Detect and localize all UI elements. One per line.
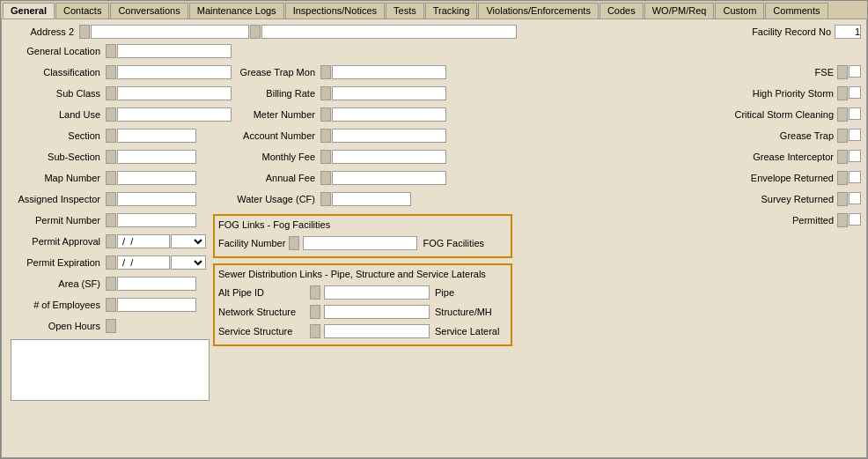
envelope-returned-label: Envelope Returned xyxy=(523,173,834,183)
tab-conversations[interactable]: Conversations xyxy=(110,3,188,19)
account-number-btn[interactable] xyxy=(320,129,331,143)
billing-rate-input[interactable] xyxy=(332,86,446,100)
tab-contacts[interactable]: Contacts xyxy=(55,3,109,19)
fse-btn[interactable] xyxy=(837,65,848,79)
tab-custom[interactable]: Custom xyxy=(715,3,764,19)
sub-class-btn[interactable] xyxy=(106,86,116,100)
area-sf-btn[interactable] xyxy=(106,277,116,291)
open-hours-btn[interactable] xyxy=(106,319,116,333)
facility-record-label: Facility Record No xyxy=(752,26,831,37)
notes-textarea[interactable] xyxy=(11,339,210,401)
facility-number-input[interactable] xyxy=(303,236,417,250)
permit-number-input[interactable] xyxy=(117,213,196,227)
permit-approval-input[interactable] xyxy=(117,234,170,248)
grease-interceptor-label: Grease Interceptor xyxy=(523,152,834,162)
annual-fee-btn[interactable] xyxy=(320,171,331,185)
sewer-links-box: Sewer Distribution Links - Pipe, Structu… xyxy=(213,263,512,346)
grease-interceptor-btn[interactable] xyxy=(837,150,848,164)
survey-returned-checkbox[interactable] xyxy=(849,192,861,204)
grease-trap-btn[interactable] xyxy=(837,129,848,143)
map-number-input[interactable] xyxy=(117,171,196,185)
map-number-btn[interactable] xyxy=(106,171,116,185)
envelope-returned-btn[interactable] xyxy=(837,171,848,185)
permit-approval-dropdown[interactable] xyxy=(171,234,206,248)
high-priority-storm-btn[interactable] xyxy=(837,86,848,100)
service-structure-input[interactable] xyxy=(324,324,430,338)
permit-number-btn[interactable] xyxy=(106,213,116,227)
facility-number-btn[interactable] xyxy=(289,236,299,250)
tab-inspections[interactable]: Inspections/Notices xyxy=(285,3,385,19)
section-btn[interactable] xyxy=(106,129,116,143)
critical-storm-cleaning-label: Critical Storm Cleaning xyxy=(523,109,834,120)
sub-section-btn[interactable] xyxy=(106,150,116,164)
general-location-btn[interactable] xyxy=(106,44,116,58)
fse-label: FSE xyxy=(523,67,834,78)
app-container: General Contacts Conversations Maintenan… xyxy=(0,0,868,459)
tab-wo-pm-req[interactable]: WO/PM/Req xyxy=(644,3,715,19)
permit-approval-label: Permit Approval xyxy=(7,236,104,247)
network-structure-row: Network Structure Structure/MH xyxy=(218,302,507,322)
billing-rate-btn[interactable] xyxy=(320,86,331,100)
tab-tests[interactable]: Tests xyxy=(386,3,424,19)
network-structure-btn[interactable] xyxy=(310,305,320,319)
address2-label: Address 2 xyxy=(7,26,77,37)
monthly-fee-btn[interactable] xyxy=(320,150,331,164)
alt-pipe-id-input[interactable] xyxy=(324,285,430,300)
permit-approval-btn[interactable] xyxy=(106,234,116,248)
grease-trap-mon-label: Grease Trap Mon xyxy=(213,67,319,78)
tab-tracking[interactable]: Tracking xyxy=(425,3,478,19)
assigned-inspector-input[interactable] xyxy=(117,192,196,206)
annual-fee-input[interactable] xyxy=(332,171,446,185)
address2-input2[interactable] xyxy=(261,25,517,39)
critical-storm-cleaning-checkbox[interactable] xyxy=(849,107,861,120)
sub-class-label: Sub Class xyxy=(7,88,104,99)
land-use-btn[interactable] xyxy=(106,107,116,122)
permitted-btn[interactable] xyxy=(837,213,848,227)
fse-checkbox[interactable] xyxy=(849,65,861,78)
assigned-inspector-btn[interactable] xyxy=(106,192,116,206)
num-employees-row: # of Employees xyxy=(7,295,210,315)
envelope-returned-checkbox[interactable] xyxy=(849,171,861,183)
sub-section-input[interactable] xyxy=(117,150,196,164)
permit-number-label: Permit Number xyxy=(7,215,104,226)
water-usage-btn[interactable] xyxy=(320,192,331,206)
address2-btn1[interactable] xyxy=(79,25,90,39)
permit-expiration-input[interactable] xyxy=(117,255,170,270)
service-structure-btn[interactable] xyxy=(310,324,320,338)
map-number-label: Map Number xyxy=(7,173,104,183)
tab-maintenance-logs[interactable]: Maintenance Logs xyxy=(189,3,284,19)
high-priority-storm-row: High Priority Storm xyxy=(523,84,861,103)
area-sf-input[interactable] xyxy=(117,277,196,291)
address2-btn2[interactable] xyxy=(250,25,261,39)
high-priority-storm-checkbox[interactable] xyxy=(849,86,861,99)
permitted-checkbox[interactable] xyxy=(849,213,861,226)
classification-btn[interactable] xyxy=(106,65,116,79)
permit-expiration-btn[interactable] xyxy=(106,255,116,270)
meter-number-btn[interactable] xyxy=(320,107,331,122)
facility-record-input[interactable] xyxy=(835,25,861,39)
land-use-label: Land Use xyxy=(7,109,104,120)
grease-trap-checkbox[interactable] xyxy=(849,129,861,141)
monthly-fee-input[interactable] xyxy=(332,150,446,164)
tab-codes[interactable]: Codes xyxy=(600,3,644,19)
grease-trap-mon-btn[interactable] xyxy=(320,65,331,79)
permit-expiration-dropdown[interactable] xyxy=(171,255,206,270)
num-employees-input[interactable] xyxy=(117,298,196,312)
num-employees-btn[interactable] xyxy=(106,298,116,312)
envelope-returned-btns xyxy=(837,171,861,185)
tab-violations[interactable]: Violations/Enforcements xyxy=(478,3,598,19)
meter-number-input[interactable] xyxy=(332,107,446,122)
account-number-input[interactable] xyxy=(332,129,446,143)
network-structure-input[interactable] xyxy=(324,305,430,319)
tab-comments[interactable]: Comments xyxy=(765,3,828,19)
critical-storm-cleaning-btn[interactable] xyxy=(837,107,848,122)
water-usage-input[interactable] xyxy=(332,192,411,206)
tab-general[interactable]: General xyxy=(3,3,55,19)
grease-trap-mon-input[interactable] xyxy=(332,65,446,79)
section-input[interactable] xyxy=(117,129,196,143)
alt-pipe-id-btn[interactable] xyxy=(310,285,320,300)
alt-pipe-id-row: Alt Pipe ID Pipe xyxy=(218,283,507,302)
survey-returned-btn[interactable] xyxy=(837,192,848,206)
address2-input1[interactable] xyxy=(91,25,249,39)
grease-interceptor-checkbox[interactable] xyxy=(849,150,861,162)
